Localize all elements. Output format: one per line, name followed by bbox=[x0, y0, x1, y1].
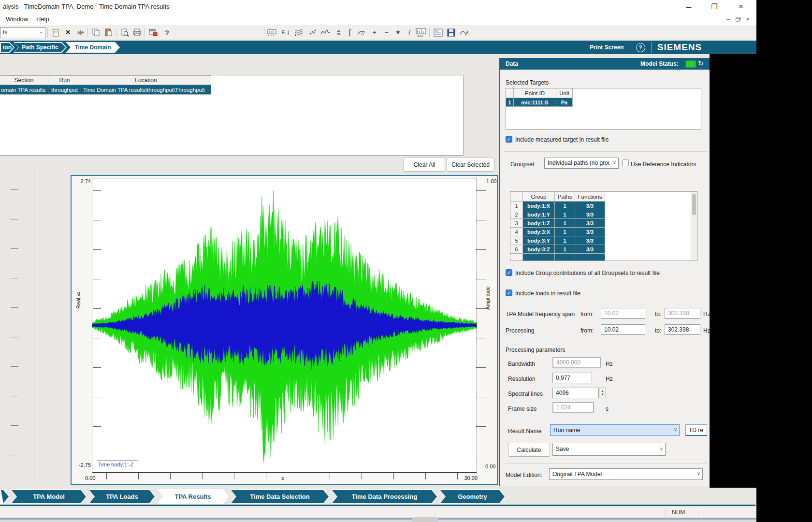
rename-icon[interactable]: a|e bbox=[74, 27, 87, 38]
column-header-group[interactable]: Group bbox=[523, 192, 555, 202]
nav-time-data-selection[interactable]: Time Data Selection bbox=[230, 489, 330, 504]
divide-icon[interactable]: / bbox=[404, 27, 416, 38]
breadcrumb-item-partial[interactable]: ion bbox=[0, 42, 14, 53]
close-icon[interactable]: × bbox=[731, 0, 751, 14]
result-name-input[interactable]: TD re bbox=[685, 424, 707, 436]
chevron-down-icon: ∨ bbox=[674, 427, 677, 432]
format-list-icon[interactable] bbox=[432, 27, 444, 38]
clear-all-button[interactable]: Clear All bbox=[404, 158, 445, 172]
group-table[interactable]: Group Paths Functions 1 body:1:X 1 3/3 2… bbox=[510, 191, 697, 261]
use-reference-label: Use Reference Indicators bbox=[631, 161, 696, 168]
text-caret bbox=[704, 427, 704, 434]
table-row[interactable]: 2 body:1:Y 1 3/3 bbox=[510, 210, 697, 219]
column-header-unit[interactable]: Unit bbox=[556, 88, 573, 98]
table-row[interactable]: 4 body:3:X 1 3/3 bbox=[510, 228, 697, 236]
column-header-location[interactable]: Location bbox=[81, 75, 211, 85]
use-reference-checkbox[interactable] bbox=[622, 160, 629, 166]
frame-size-input: 1.024 bbox=[552, 402, 594, 413]
asterisk-icon[interactable]: * bbox=[392, 27, 404, 38]
help-circle-icon[interactable]: ? bbox=[636, 43, 645, 52]
nav-tpa-results[interactable]: TPA Results bbox=[157, 489, 229, 504]
nav-underline bbox=[0, 505, 755, 506]
menu-bar: Window Help ─ × bbox=[0, 14, 756, 26]
spinner-control[interactable]: ▲▼ bbox=[599, 388, 606, 398]
menu-help[interactable]: Help bbox=[36, 15, 49, 23]
nav-geometry[interactable]: Geometry bbox=[439, 489, 506, 504]
column-header-paths[interactable]: Paths bbox=[555, 192, 575, 202]
freq-from-input[interactable]: 10.02 bbox=[601, 308, 645, 319]
curve-edit-icon[interactable] bbox=[458, 27, 470, 38]
table-row[interactable]: 1 mic:1111:S Pa bbox=[506, 98, 701, 107]
column-header-functions[interactable]: Functions bbox=[575, 192, 605, 202]
column-header-run[interactable]: Run bbox=[48, 75, 81, 85]
display-layout-icon[interactable] bbox=[266, 27, 278, 38]
column-header-section[interactable]: Section bbox=[0, 75, 48, 85]
table-row[interactable]: omain TPA results throughput Time Domain… bbox=[0, 85, 463, 95]
menu-window[interactable]: Window bbox=[6, 15, 28, 23]
selected-targets-table[interactable]: Point ID Unit 1 mic:1111:S Pa bbox=[506, 88, 701, 130]
nav-tpa-model[interactable]: TPA Model bbox=[11, 489, 87, 504]
mdi-restore-icon[interactable] bbox=[734, 15, 742, 23]
save-data-icon[interactable] bbox=[445, 27, 457, 38]
scrollbar[interactable] bbox=[691, 192, 697, 261]
table-row[interactable]: 1 body:1:X 1 3/3 bbox=[510, 202, 697, 210]
srii-icon[interactable]: SRII bbox=[415, 27, 427, 38]
cursor-values-icon[interactable]: F‥| bbox=[279, 27, 291, 38]
processing-from-label: from: bbox=[580, 327, 594, 334]
spectral-lines-input[interactable]: 4096 bbox=[552, 388, 599, 398]
include-loads-checkbox[interactable]: ✓ bbox=[506, 290, 512, 296]
x-axis-unit: s bbox=[281, 475, 284, 481]
paste-icon[interactable] bbox=[102, 27, 115, 38]
subtract-icon[interactable]: − bbox=[380, 27, 392, 38]
copy-icon[interactable] bbox=[90, 27, 102, 38]
help-icon[interactable]: ? bbox=[161, 27, 173, 38]
calculate-button[interactable]: Calculate bbox=[508, 443, 550, 457]
save-dropdown[interactable]: Save ∨ bbox=[552, 443, 666, 456]
scatter-icon[interactable] bbox=[306, 27, 319, 38]
title-bar: alysis - TimeDomain-TPA_Demo - Time Doma… bbox=[0, 0, 756, 14]
column-header-point-id[interactable]: Point ID bbox=[514, 88, 556, 98]
processing-to-label: to: bbox=[655, 327, 661, 334]
spectrum-map-icon[interactable] bbox=[293, 27, 305, 38]
resolution-input[interactable]: 0.977 bbox=[552, 373, 592, 383]
include-group-checkbox[interactable]: ✓ bbox=[506, 269, 512, 276]
nav-time-data-processing[interactable]: Time Data Processing bbox=[331, 489, 438, 504]
include-measured-checkbox[interactable]: ✓ bbox=[506, 136, 512, 143]
add-icon[interactable]: + bbox=[368, 27, 380, 38]
nav-partial-chevron[interactable] bbox=[0, 489, 10, 504]
print-screen-link[interactable]: Print Screen bbox=[590, 44, 624, 51]
print-preview-icon[interactable] bbox=[118, 27, 130, 38]
include-measured-label: Include measured target in result file bbox=[515, 136, 609, 143]
mdi-minimize-icon[interactable]: ─ bbox=[724, 15, 733, 23]
breadcrumb-item-path-specific[interactable]: Path Specific bbox=[14, 42, 67, 53]
toolbar-combobox[interactable]: ts ⌄ bbox=[0, 27, 45, 38]
minimize-icon[interactable]: ─ bbox=[679, 0, 698, 14]
refresh-icon[interactable]: ↻ bbox=[698, 59, 704, 67]
clear-selected-button[interactable]: Clear Selected bbox=[447, 158, 494, 172]
nav-tpa-loads[interactable]: TPA Loads bbox=[88, 489, 156, 504]
export-icon[interactable] bbox=[147, 27, 159, 38]
harmonic-wave-icon[interactable] bbox=[319, 27, 332, 38]
processing-to-input[interactable]: 302.338 bbox=[665, 324, 700, 335]
chevron-down-icon: ∨ bbox=[697, 471, 700, 476]
bandwidth-input: 4000.000 bbox=[552, 357, 601, 368]
maximize-icon[interactable]: ❐ bbox=[705, 0, 724, 14]
chevron-down-icon: ∨ bbox=[613, 160, 616, 165]
table-row[interactable]: 6 body:3:Z 1 3/3 bbox=[510, 245, 697, 254]
table-row[interactable]: 5 body:3:Y 1 3/3 bbox=[510, 236, 697, 245]
processing-from-input[interactable]: 10.02 bbox=[601, 324, 645, 335]
integrate-icon[interactable]: ∫ bbox=[344, 27, 356, 38]
derivative-icon[interactable]: ddt bbox=[333, 27, 345, 38]
result-name-dropdown[interactable]: Run name ∨ bbox=[550, 424, 680, 436]
delete-icon[interactable]: × bbox=[62, 27, 74, 38]
mdi-close-icon[interactable]: × bbox=[743, 15, 752, 23]
breadcrumb-item-time-domain[interactable]: Time Domain bbox=[66, 42, 120, 53]
groupset-dropdown[interactable]: Individual paths (no grouping) ∨ bbox=[544, 158, 619, 169]
new-document-icon[interactable] bbox=[49, 27, 61, 38]
tone-curve-icon[interactable]: A bbox=[355, 27, 367, 38]
print-icon[interactable] bbox=[131, 27, 143, 38]
table-row-partial[interactable] bbox=[510, 254, 697, 261]
table-row[interactable]: 3 body:1:Z 1 3/3 bbox=[510, 219, 697, 228]
freq-to-input[interactable]: 302.338 bbox=[665, 308, 700, 319]
model-edition-dropdown[interactable]: Original TPA Model ∨ bbox=[549, 468, 703, 480]
